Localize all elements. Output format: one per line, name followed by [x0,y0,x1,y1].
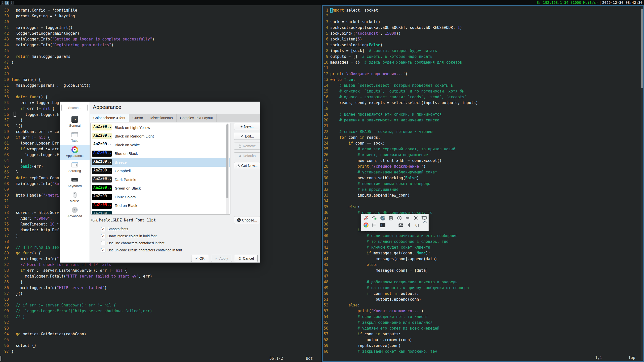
color-scheme-item-dark-pastels[interactable]: AaZz09...Dark Pastels [91,175,230,184]
checkbox-box[interactable]: ✓ [101,234,105,238]
sidebar-item-scrolling[interactable]: Scrolling [60,160,90,175]
color-scheme-item-black-on-white[interactable]: AaZz09...Black on White [91,141,230,149]
terminal-icon[interactable]: >_ [380,222,385,228]
color-scheme-item-linux-colors[interactable]: AaZz09...Linux Colors [91,193,230,201]
choose-font-button[interactable]: AaChoose... [234,216,260,224]
sidebar-item-appearance[interactable]: Appearance [60,145,90,160]
sidebar-item-keyboard[interactable]: Keyboard [60,175,90,190]
tmux-window-tab-3[interactable]: 3 [10,1,14,5]
line-number: 42 [0,31,11,36]
color-scheme-item-black-on-random-light[interactable]: AaZz09...Black on Random Light [91,132,230,141]
line-number: 80 [0,250,11,256]
choose-font-label: Choose... [242,218,257,222]
code-text: # одного – возвращает списки: `reads`, `… [330,95,467,99]
color-scheme-item-campbell[interactable]: AaZz09...Campbell [91,167,230,175]
line-number: 69 [0,187,11,193]
line-number: 39 [323,227,330,233]
code-line: 8inputs = [sock] # сокеты, которые будем… [323,48,643,54]
line-number: 86 [0,285,11,291]
color-scheme-item-red-on-black[interactable]: AaZz09...Red on Black [91,201,230,210]
dialog-footer-buttons: ✓OK✓Apply⊘Cancel [191,255,258,262]
scheme-swatch: AaZz09... [92,168,112,174]
line-number: 95 [0,337,11,343]
list-scrollbar-thumb[interactable] [226,124,228,198]
chevron-up-icon[interactable] [423,219,427,224]
scheme-swatch: AaZz09... [92,211,112,215]
cancel-button[interactable]: ⊘Cancel [235,255,258,262]
media-pause-icon[interactable] [396,215,402,221]
checkbox-smooth-fonts[interactable]: ✓Smooth fonts [101,225,182,233]
right-terminal-pane[interactable]: 1import select, socket23sock = socket.so… [322,5,644,362]
tab-miscellaneous[interactable]: Miscellaneous [147,114,177,122]
code-line: 24 if conn == sock: [323,141,643,146]
sidebar-item-label: Mouse [60,199,90,203]
line-number: 21 [323,123,330,129]
code-line: 86 mainlogger.Info("HTTP server started"… [0,285,321,291]
package-icon[interactable] [372,222,377,228]
checkbox-draw-intense-colors-in-bold-font[interactable]: ✓Draw intense colors in bold font [101,233,182,240]
color-scheme-list[interactable]: AaZz09...Black on Light YellowAaZz09...B… [90,123,230,215]
drawer-icon[interactable] [398,222,404,228]
code-text: print('\nОжидание подключения...') [330,72,408,76]
notifications-muted-icon[interactable] [363,215,369,221]
line-number: 45 [0,48,11,54]
code-line: 30 new_conn.setblocking(False) [323,175,643,181]
list-scrollbar[interactable] [226,123,229,214]
ok-button[interactable]: ✓OK [191,255,208,262]
app-badge-icon[interactable]: ..9 [380,215,385,221]
bluetooth-icon[interactable] [406,222,412,228]
sidebar-item-label: Appearance [60,154,90,158]
code-text: # поместим новый сокет в очередь [330,182,430,186]
color-scheme-item[interactable]: AaZz09... [91,210,230,215]
line-number: 63 [0,152,11,158]
cloud-sync-icon[interactable] [372,215,377,221]
scheme-name: Blue on Black [115,151,138,156]
chrome-icon[interactable] [363,222,369,228]
clipboard-icon[interactable] [388,215,394,221]
tab-cursor[interactable]: Cursor [129,114,147,122]
python-code-editor[interactable]: 1import select, socket23sock = socket.so… [323,8,643,354]
keyboard-layout-icon[interactable]: us [415,222,420,228]
line-number: 18 [323,106,330,112]
brightness-icon[interactable] [413,215,419,221]
sidebar-item-tabs[interactable]: Tabs [60,130,90,145]
code-line: 55 # закрыл соединение или отвалился [323,320,643,326]
color-scheme-item-green-on-black[interactable]: AaZz09...Green on Black [91,184,230,193]
checkbox-box[interactable]: ✓ [101,227,105,231]
code-line: 59 inputs.remove(conn) [323,343,643,349]
tab-complex-text-layout[interactable]: Complex Text Layout [177,114,217,122]
search-input[interactable] [61,104,88,111]
new-button[interactable]: +New... [234,123,260,130]
volume-icon[interactable] [405,215,410,221]
checkbox-use-unicode-braille-characters-contained-in-font[interactable]: ✓Use unicode Braille characters containe… [101,247,182,254]
scrollbar-thumb[interactable] [641,9,643,88]
color-scheme-item-blue-on-black[interactable]: AaZz09...Blue on Black [91,149,230,158]
scrolling-icon [60,161,90,169]
code-text: } [11,118,23,122]
color-scheme-item-breeze[interactable]: AaZz09...Breeze [91,158,230,167]
tmux-window-tab-2[interactable]: 2 [5,1,9,5]
edit-button[interactable]: Edit... [234,133,260,140]
line-number: 60 [0,135,11,141]
sidebar-item-mouse[interactable]: Mouse [60,190,90,205]
line-number: 60 [323,349,330,354]
checkbox-box[interactable] [101,241,105,245]
settings-sidebar: >GeneralTabsAppearanceScrollingKeyboardM… [60,102,90,262]
line-number: 44 [0,42,11,48]
line-number: 17 [323,100,330,106]
sidebar-item-general[interactable]: >General [60,115,90,130]
line-number: 49 [323,285,330,291]
checkbox-box[interactable]: ✓ [101,248,105,252]
sidebar-item-advanced[interactable]: ●●●Advanced [60,205,90,220]
code-line: 92 [0,320,321,326]
code-text: Addr: ":9040", [11,216,52,221]
scrollbar[interactable] [641,7,643,360]
color-scheme-item-black-on-light-yellow[interactable]: AaZz09...Black on Light Yellow [91,123,230,132]
code-text: }() [11,124,23,128]
code-line: 84 mainlogger.Fatalf("HTTP server failed… [0,274,321,279]
get-new-button[interactable]: Get New... [234,162,260,169]
code-text: # закрыл соединение или отвалился [330,320,432,325]
tab-color-scheme-font[interactable]: Color scheme & font [90,114,129,122]
tmux-window-tab-1[interactable]: 1 [1,1,5,5]
checkbox-use-line-characters-contained-in-font[interactable]: Use line characters contained in font [101,240,182,247]
